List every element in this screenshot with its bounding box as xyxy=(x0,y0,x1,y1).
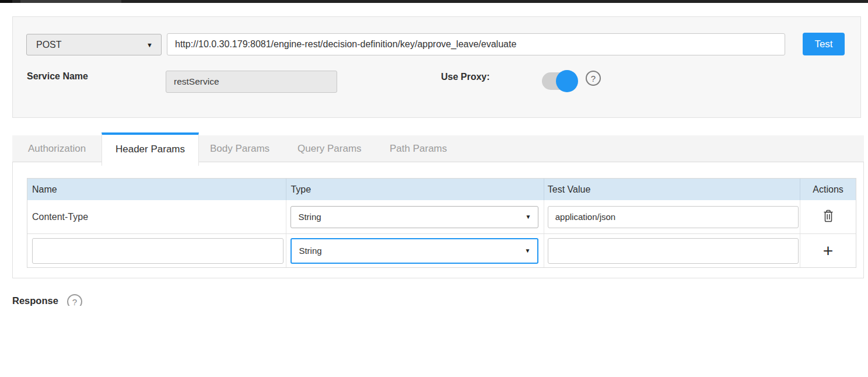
param-test-value-input[interactable] xyxy=(548,206,799,228)
request-config-panel: POST ▼ Test Service Name Use Proxy: ? xyxy=(12,16,861,118)
use-proxy-label: Use Proxy: xyxy=(441,72,490,82)
response-label: Response xyxy=(12,294,58,306)
delete-row-button[interactable] xyxy=(822,209,835,225)
params-tab-bar: Authorization Header Params Body Params … xyxy=(12,135,864,162)
proxy-help-icon[interactable]: ? xyxy=(586,71,601,86)
tab-path-params[interactable]: Path Params xyxy=(390,135,447,162)
response-help-icon[interactable]: ? xyxy=(67,294,82,306)
chevron-down-icon: ▼ xyxy=(524,247,530,254)
question-mark-glyph: ? xyxy=(591,74,596,83)
actions-cell xyxy=(800,200,856,233)
question-mark-glyph: ? xyxy=(72,297,77,306)
param-type-select[interactable]: String ▼ xyxy=(290,238,538,264)
table-header-row: Name Type Test Value Actions xyxy=(27,179,856,200)
chevron-down-icon: ▼ xyxy=(146,41,153,48)
type-cell: String ▼ xyxy=(286,200,544,233)
toggle-knob xyxy=(556,70,578,92)
param-type-select[interactable]: String ▼ xyxy=(290,206,538,228)
use-proxy-toggle[interactable] xyxy=(542,72,578,90)
test-button[interactable]: Test xyxy=(803,33,845,55)
top-strip-left-segment xyxy=(0,0,12,3)
top-strip-tab-segment xyxy=(20,0,121,3)
service-name-label: Service Name xyxy=(27,71,88,82)
add-row-button[interactable]: + xyxy=(823,242,834,260)
tab-header-params[interactable]: Header Params xyxy=(102,132,199,166)
name-cell: Content-Type xyxy=(27,200,286,233)
column-header-type: Type xyxy=(286,179,544,200)
param-name-input[interactable] xyxy=(32,238,284,264)
http-method-select[interactable]: POST ▼ xyxy=(26,34,162,55)
actions-cell: + xyxy=(800,234,856,267)
chevron-down-icon: ▼ xyxy=(525,214,531,220)
tab-authorization[interactable]: Authorization xyxy=(12,135,102,162)
column-header-actions: Actions xyxy=(800,179,856,200)
plus-icon: + xyxy=(823,242,834,260)
param-test-value-input[interactable] xyxy=(548,238,799,264)
type-cell: String ▼ xyxy=(286,234,544,267)
header-params-table: Name Type Test Value Actions Content-Typ… xyxy=(27,178,856,268)
response-section: Response ? xyxy=(12,294,82,306)
param-type-value: String xyxy=(291,212,321,222)
service-name-input[interactable] xyxy=(166,71,337,93)
column-header-test-value: Test Value xyxy=(544,179,800,200)
param-type-value: String xyxy=(292,246,321,256)
test-value-cell xyxy=(544,200,800,233)
header-params-panel: Name Type Test Value Actions Content-Typ… xyxy=(12,162,864,278)
tab-body-params[interactable]: Body Params xyxy=(210,135,270,162)
request-url-input[interactable] xyxy=(167,33,785,55)
tab-query-params[interactable]: Query Params xyxy=(298,135,362,162)
http-method-value: POST xyxy=(27,40,62,50)
trash-icon xyxy=(822,209,835,225)
browser-top-strip xyxy=(0,0,868,3)
column-header-name: Name xyxy=(27,179,286,200)
table-row: String ▼ + xyxy=(27,233,856,267)
test-value-cell xyxy=(544,234,800,267)
param-name-text: Content-Type xyxy=(32,212,88,222)
table-row: Content-Type String ▼ xyxy=(27,200,856,233)
name-cell xyxy=(27,234,286,267)
